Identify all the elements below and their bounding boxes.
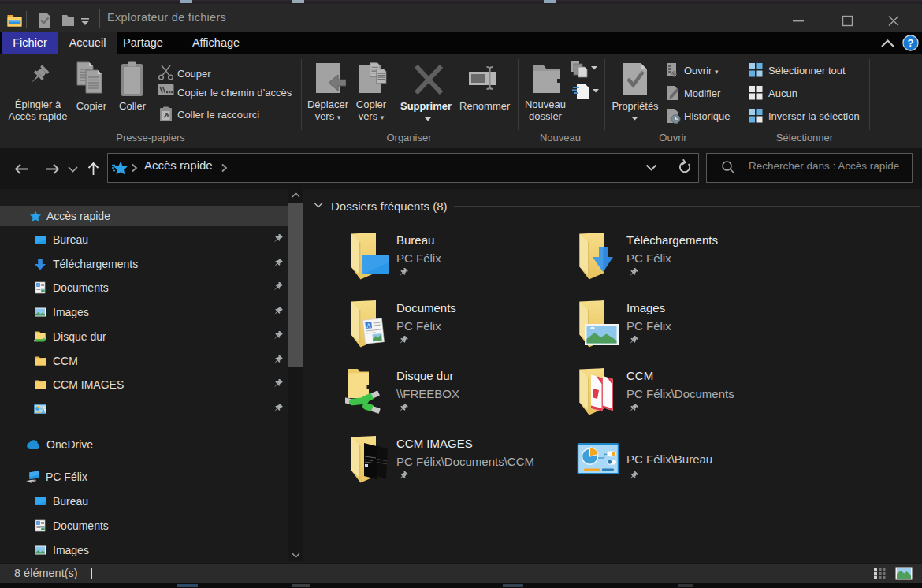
svg-text:?: ?	[908, 37, 914, 49]
svg-text:A: A	[366, 322, 371, 329]
